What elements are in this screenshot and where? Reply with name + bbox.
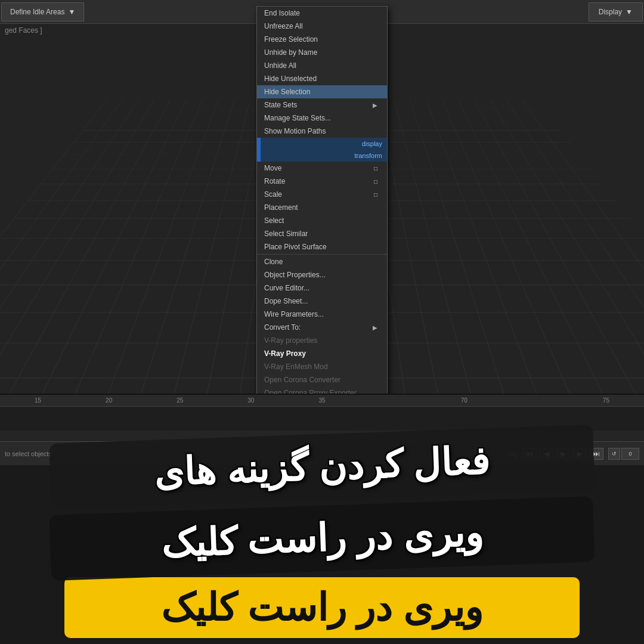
display-section-label: display	[362, 140, 382, 147]
move-icon: □	[374, 165, 377, 172]
menu-divider-1	[257, 254, 387, 255]
timeline-ruler: 15 20 25 30 35 70 75	[0, 395, 644, 407]
ruler-mark-15: 15	[2, 397, 73, 404]
menu-item-place-pivot[interactable]: Place Pivot Surface	[257, 240, 387, 253]
menu-label-end-isolate: End Isolate	[264, 9, 300, 17]
loop-icon: ↺	[612, 451, 617, 457]
persian-line2-white: ویری در راست کلیک	[160, 512, 484, 566]
context-menu: End Isolate Unfreeze All Freeze Selectio…	[256, 6, 388, 394]
ruler-mark-20: 20	[73, 397, 144, 404]
viewport-area: Define Idle Areas ▼ Display ▼ ged Faces …	[0, 0, 644, 394]
status-top-text: ged Faces ]	[5, 26, 42, 35]
menu-item-rotate[interactable]: Rotate □	[257, 175, 387, 188]
menu-item-vray-properties: V-Ray properties	[257, 334, 387, 347]
menu-item-move[interactable]: Move □	[257, 162, 387, 175]
ruler-mark-70: 70	[358, 397, 571, 404]
menu-label-scale: Scale	[264, 190, 282, 199]
menu-item-unhide-all[interactable]: Unhide All	[257, 59, 387, 72]
menu-label-vray-proxy: V-Ray Proxy	[264, 349, 306, 358]
menu-item-wire-parameters[interactable]: Wire Parameters...	[257, 308, 387, 321]
menu-label-move: Move	[264, 164, 281, 172]
display-button[interactable]: Display ▼	[589, 2, 643, 21]
menu-label-vray-enmesh: V-Ray EnMesh Mod	[264, 363, 328, 371]
menu-item-manage-state-sets[interactable]: Manage State Sets...	[257, 112, 387, 125]
menu-label-hide-selection: Hide Selection	[264, 88, 310, 96]
menu-item-select[interactable]: Select	[257, 214, 387, 227]
menu-label-curve-editor: Curve Editor...	[264, 284, 309, 292]
menu-item-hide-unselected[interactable]: Hide Unselected	[257, 72, 387, 85]
extra-controls: ↺ 0	[608, 448, 639, 460]
menu-item-open-corona-converter: Open Corona Converter	[257, 373, 387, 386]
ruler-mark-75: 75	[571, 397, 642, 404]
menu-label-select-similar: Select Similar	[264, 230, 308, 238]
menu-label-convert-to: Convert To:	[264, 323, 301, 332]
frame-field[interactable]: 0	[621, 448, 639, 460]
menu-label-rotate: Rotate	[264, 177, 285, 185]
menu-label-open-corona-converter: Open Corona Converter	[264, 376, 340, 384]
menu-item-select-similar[interactable]: Select Similar	[257, 227, 387, 240]
menu-label-state-sets: State Sets	[264, 101, 297, 109]
menu-item-show-motion-paths[interactable]: Show Motion Paths	[257, 125, 387, 138]
define-idle-areas-button[interactable]: Define Idle Areas ▼	[1, 2, 84, 21]
menu-label-manage-state-sets: Manage State Sets...	[264, 114, 331, 122]
menu-item-dope-sheet[interactable]: Dope Sheet...	[257, 295, 387, 308]
menu-label-hide-unselected: Hide Unselected	[264, 75, 317, 83]
menu-item-clone[interactable]: Clone	[257, 255, 387, 268]
status-bar-top: ged Faces ]	[0, 24, 47, 37]
menu-label-object-properties: Object Properties...	[264, 271, 326, 279]
menu-label-place-pivot: Place Pivot Surface	[264, 243, 327, 251]
persian-banner-text: ویری در راست کلیک	[161, 586, 483, 629]
menu-label-unhide-all: Unhide All	[264, 61, 296, 70]
menu-label-show-motion-paths: Show Motion Paths	[264, 127, 326, 135]
display-label: Display	[599, 8, 622, 16]
scale-icon: □	[374, 191, 377, 198]
persian-dark-card: فعال کردن گزینه های	[49, 425, 595, 509]
menu-label-open-corona-proxy: Open Corona Proxy Exporter	[264, 389, 357, 394]
menu-item-end-isolate[interactable]: End Isolate	[257, 7, 387, 20]
menu-item-state-sets[interactable]: State Sets ▶	[257, 98, 387, 112]
bottom-section: 15 20 25 30 35 70 75 to select objects T…	[0, 394, 644, 644]
rotate-icon: □	[374, 178, 377, 185]
menu-item-scale[interactable]: Scale □	[257, 188, 387, 201]
menu-item-convert-to[interactable]: Convert To: ▶	[257, 321, 387, 334]
menu-label-freeze-selection: Freeze Selection	[264, 35, 318, 44]
transform-section-header: transform	[261, 150, 387, 162]
menu-label-placement: Placement	[264, 203, 298, 212]
display-dropdown-icon: ▼	[626, 8, 633, 16]
menu-item-vray-proxy[interactable]: V-Ray Proxy	[257, 347, 387, 360]
menu-label-dope-sheet: Dope Sheet...	[264, 297, 308, 305]
menu-label-unhide-by-name: Unhide by Name	[264, 48, 317, 57]
menu-item-curve-editor[interactable]: Curve Editor...	[257, 281, 387, 295]
menu-item-vray-enmesh: V-Ray EnMesh Mod	[257, 360, 387, 373]
convert-to-arrow-icon: ▶	[373, 324, 377, 331]
menu-label-clone: Clone	[264, 258, 283, 266]
menu-item-freeze-selection[interactable]: Freeze Selection	[257, 33, 387, 46]
transform-section-label: transform	[355, 152, 382, 159]
menu-item-object-properties[interactable]: Object Properties...	[257, 268, 387, 281]
persian-overlay: فعال کردن گزینه های ویری در راست کلیک وی…	[36, 434, 608, 638]
menu-label-vray-properties: V-Ray properties	[264, 336, 317, 345]
menu-label-unfreeze-all: Unfreeze All	[264, 22, 303, 30]
define-dropdown-icon: ▼	[68, 8, 75, 16]
state-sets-arrow-icon: ▶	[373, 102, 377, 109]
menu-item-hide-selection[interactable]: Hide Selection	[257, 85, 387, 98]
persian-line1: فعال کردن گزینه های	[153, 439, 491, 494]
frame-number: 0	[628, 451, 631, 457]
persian-dark-card-2: ویری در راست کلیک	[49, 496, 595, 581]
ruler-mark-25: 25	[144, 397, 215, 404]
persian-yellow-banner: ویری در راست کلیک	[64, 577, 580, 638]
ruler-mark-35: 35	[286, 397, 357, 404]
menu-label-select: Select	[264, 216, 284, 225]
display-section-header: display	[261, 138, 387, 150]
ruler-mark-30: 30	[215, 397, 286, 404]
menu-item-placement[interactable]: Placement	[257, 201, 387, 214]
loop-button[interactable]: ↺	[608, 448, 620, 460]
menu-item-unfreeze-all[interactable]: Unfreeze All	[257, 20, 387, 33]
define-idle-areas-label: Define Idle Areas	[10, 8, 64, 16]
menu-item-unhide-by-name[interactable]: Unhide by Name	[257, 46, 387, 59]
menu-item-open-corona-proxy: Open Corona Proxy Exporter	[257, 386, 387, 394]
menu-label-wire-parameters: Wire Parameters...	[264, 310, 324, 318]
